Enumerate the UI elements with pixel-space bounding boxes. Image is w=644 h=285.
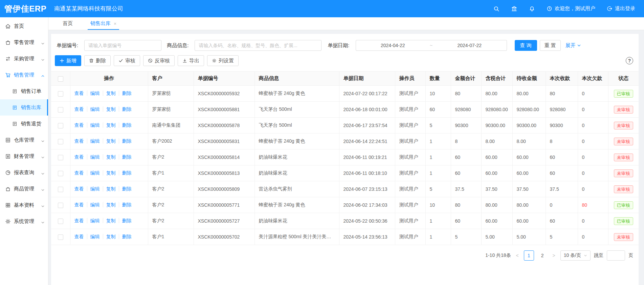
view-link[interactable]: 查看	[74, 138, 84, 144]
view-link[interactable]: 查看	[74, 106, 84, 112]
help-icon[interactable]: ?	[626, 57, 633, 64]
select-all-checkbox[interactable]	[58, 76, 63, 82]
sidebar-item-purchase[interactable]: 采购管理	[0, 50, 48, 67]
edit-link[interactable]: 编辑	[87, 122, 100, 128]
unaudit-button[interactable]: 反审核	[143, 55, 175, 66]
sidebar-item-retail[interactable]: 零售管理	[0, 34, 48, 50]
page-1-button[interactable]: 1	[524, 250, 534, 261]
sidebar-item-goods[interactable]: 商品管理	[0, 181, 48, 197]
row-checkbox[interactable]	[58, 171, 63, 176]
page-2-button[interactable]: 2	[537, 250, 548, 261]
edit-link[interactable]: 编辑	[87, 138, 100, 144]
delete-button[interactable]: 删除	[84, 55, 111, 66]
view-link[interactable]: 查看	[74, 122, 84, 128]
doc-no-cell: XSCK00000005771	[194, 197, 254, 213]
close-icon[interactable]: ×	[114, 21, 116, 26]
view-link[interactable]: 查看	[74, 234, 84, 239]
view-link[interactable]: 查看	[74, 186, 84, 191]
expand-link[interactable]: 展开	[565, 42, 581, 49]
row-checkbox[interactable]	[58, 139, 63, 144]
qty-cell: 10	[425, 197, 451, 213]
welcome-user[interactable]: 欢迎您，测试用户	[547, 5, 595, 12]
delete-link[interactable]: 删除	[119, 122, 132, 128]
copy-link[interactable]: 复制	[103, 106, 116, 112]
copy-link[interactable]: 复制	[103, 202, 116, 207]
delete-link[interactable]: 删除	[119, 234, 132, 239]
row-checkbox[interactable]	[58, 107, 63, 113]
copy-link[interactable]: 复制	[103, 234, 116, 239]
delete-link[interactable]: 删除	[119, 170, 132, 176]
row-checkbox[interactable]	[58, 235, 63, 240]
delete-link[interactable]: 删除	[119, 154, 132, 160]
doc-no-cell: XSCK00000005727	[194, 213, 254, 229]
row-checkbox[interactable]	[58, 219, 63, 224]
copy-link[interactable]: 复制	[103, 122, 116, 128]
page-size-select[interactable]: 10 条/页	[560, 250, 591, 261]
sidebar-item-base-data[interactable]: 基本资料	[0, 197, 48, 213]
delete-link[interactable]: 删除	[119, 186, 132, 191]
chevron-down-icon	[41, 220, 45, 223]
status-cell: 未审核	[608, 149, 639, 165]
bank-icon[interactable]	[511, 5, 517, 12]
copy-link[interactable]: 复制	[103, 186, 116, 191]
jump-page-input[interactable]	[607, 250, 625, 261]
edit-link[interactable]: 编辑	[87, 186, 100, 191]
date-end-value[interactable]: 2024-07-22	[458, 43, 482, 48]
copy-link[interactable]: 复制	[103, 154, 116, 160]
sidebar-item-home[interactable]: 首页	[0, 18, 48, 34]
delete-link[interactable]: 删除	[119, 90, 132, 96]
column-settings-button[interactable]: 列设置	[207, 55, 239, 66]
next-page-button[interactable]: >	[551, 253, 557, 258]
sidebar-item-reports[interactable]: 报表查询	[0, 164, 48, 181]
sidebar-item-finance[interactable]: 财务管理	[0, 148, 48, 164]
product-cell: 奶油味爆米花	[254, 149, 339, 165]
view-link[interactable]: 查看	[74, 154, 84, 160]
prev-page-button[interactable]: <	[514, 253, 520, 258]
edit-link[interactable]: 编辑	[87, 106, 100, 112]
clock-icon	[547, 6, 552, 12]
row-checkbox[interactable]	[58, 155, 63, 160]
row-checkbox[interactable]	[58, 123, 63, 128]
edit-link[interactable]: 编辑	[87, 234, 100, 239]
sidebar-item-sales-return[interactable]: 销售退货	[0, 116, 48, 132]
delete-link[interactable]: 删除	[119, 138, 132, 144]
doc-no-input[interactable]	[84, 40, 161, 51]
edit-link[interactable]: 编辑	[87, 154, 100, 160]
search-button[interactable]: 查询	[515, 40, 537, 51]
edit-link[interactable]: 编辑	[87, 202, 100, 207]
delete-link[interactable]: 删除	[119, 202, 132, 207]
copy-link[interactable]: 复制	[103, 170, 116, 176]
sidebar-item-system[interactable]: 系统管理	[0, 213, 48, 229]
edit-link[interactable]: 编辑	[87, 90, 100, 96]
copy-link[interactable]: 复制	[103, 218, 116, 223]
tab-home[interactable]: 首页	[62, 17, 73, 30]
sidebar-item-sales-outbound[interactable]: 销售出库	[0, 99, 48, 116]
reset-button[interactable]: 重置	[540, 40, 561, 51]
audit-button[interactable]: 审核	[114, 55, 140, 66]
tab-sales-outbound[interactable]: 销售出库 ×	[90, 17, 117, 30]
add-button[interactable]: 新增	[55, 55, 81, 66]
row-checkbox[interactable]	[58, 187, 63, 192]
date-start-value[interactable]: 2024-04-22	[381, 43, 405, 48]
view-link[interactable]: 查看	[74, 170, 84, 176]
product-info-input[interactable]	[195, 40, 321, 51]
view-link[interactable]: 查看	[74, 218, 84, 223]
copy-link[interactable]: 复制	[103, 138, 116, 144]
view-link[interactable]: 查看	[74, 90, 84, 96]
date-range-picker[interactable]: 2024-04-22 ~ 2024-07-22	[356, 40, 507, 51]
sidebar-item-sales-order[interactable]: 销售订单	[0, 83, 48, 99]
delete-link[interactable]: 删除	[119, 218, 132, 223]
export-button[interactable]: 导出	[178, 55, 204, 66]
sidebar-item-warehouse[interactable]: 仓库管理	[0, 132, 48, 148]
search-icon[interactable]	[493, 6, 499, 12]
edit-link[interactable]: 编辑	[87, 218, 100, 223]
delete-link[interactable]: 删除	[119, 106, 132, 112]
row-checkbox[interactable]	[58, 91, 63, 97]
logout-button[interactable]: 退出登录	[607, 5, 635, 12]
bell-icon[interactable]	[529, 6, 535, 12]
edit-link[interactable]: 编辑	[87, 170, 100, 176]
row-checkbox[interactable]	[58, 203, 63, 208]
view-link[interactable]: 查看	[74, 202, 84, 207]
sidebar-item-sales[interactable]: 销售管理	[0, 67, 48, 83]
copy-link[interactable]: 复制	[103, 90, 116, 96]
